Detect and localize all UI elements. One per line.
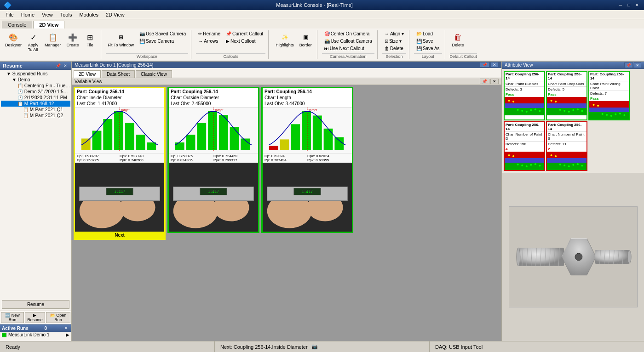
active-runs-panel: MeasurLink Demo 1 ▶ <box>0 332 71 341</box>
card-histogram-0: Target <box>75 107 164 153</box>
use-callout-camera-button[interactable]: 📸Use Callout Camera <box>322 38 374 45</box>
tab-console[interactable]: Console <box>2 21 32 28</box>
manager-button[interactable]: 📋 Manager <box>42 30 63 49</box>
callout-card-1[interactable]: Part: Coupling 256-14 Char: Outside Diam… <box>167 87 259 233</box>
save-layout-button[interactable]: 💾Save <box>414 38 442 45</box>
tab-2dview[interactable]: 2D View <box>74 70 101 78</box>
manager-icon: 📋 <box>47 32 58 43</box>
window-controls[interactable]: ─ □ ✕ <box>617 2 640 8</box>
open-run-button[interactable]: 📂 Open Run <box>46 312 70 323</box>
tree-expand-icon: ▼ <box>6 71 11 76</box>
menu-view[interactable]: View <box>38 11 57 18</box>
attr-card-4[interactable]: Part: Coupling 256-14 Char: Number of Pa… <box>546 121 587 171</box>
tree-mpart-468[interactable]: 📋 M-Part-468-12 <box>1 101 70 107</box>
tree-suspended-runs[interactable]: ▼ Suspended Runs <box>1 71 70 77</box>
ribbon: 🎨 Designer ✓ ApplyTo All 📋 Manager ➕ Cre… <box>0 28 644 62</box>
save-camera-button[interactable]: 💾 Save Camera <box>137 38 188 45</box>
next-callout-button[interactable]: ▶ Next Callout <box>224 38 265 45</box>
svg-point-88 <box>526 165 528 167</box>
menu-modules[interactable]: Modules <box>75 11 102 18</box>
menu-file[interactable]: File <box>2 11 17 18</box>
attr-card-char-3: Char: Number of Paint D <box>505 132 544 142</box>
svg-rect-37 <box>324 129 333 150</box>
attr-card-1[interactable]: Part: Coupling 256-14 Char: Paint Drop O… <box>546 71 587 120</box>
center-pin-button[interactable]: 📌 <box>480 62 489 68</box>
rename-button[interactable]: ✏ Rename <box>196 30 223 37</box>
size-button[interactable]: ⊡Size ▾ <box>382 38 406 45</box>
panel-close-button[interactable]: ✕ <box>62 62 69 69</box>
save-as-button[interactable]: 💾Save As <box>414 45 442 52</box>
create-button[interactable]: ➕ Create <box>64 30 81 49</box>
tab-2dview[interactable]: 2D View <box>33 21 64 28</box>
center-on-camera-button[interactable]: 🎯Center On Camera <box>322 30 374 37</box>
svg-rect-20 <box>219 115 228 151</box>
apply-button[interactable]: ✓ ApplyTo All <box>25 30 41 53</box>
fit-to-window-button[interactable]: ⊞ Fit To Window <box>106 30 136 49</box>
svg-point-79 <box>619 113 621 114</box>
delete-layout-button[interactable]: 🗑 Delete <box>450 30 466 49</box>
designer-label: Designer <box>5 43 22 47</box>
tree-demo-time2[interactable]: 🕐 2/1/2020 2:31:11 PM <box>1 95 70 101</box>
attr-card-2[interactable]: Part: Coupling 256-14 Char: Paint Wrong … <box>588 71 630 120</box>
attr-card-3[interactable]: Part: Coupling 256-14 Char: Number of Pa… <box>504 121 545 171</box>
tree-centering-pin[interactable]: 📋 Centering Pin - True Position <box>1 83 70 89</box>
load-button[interactable]: 📂Load <box>414 30 442 37</box>
use-saved-camera-button[interactable]: 📷 Use Saved Camera <box>137 30 188 37</box>
card-char-1: Char: Outside Diameter <box>169 95 258 101</box>
arrows-button[interactable]: → Arrows <box>196 38 223 45</box>
designer-button[interactable]: 🎨 Designer <box>3 30 24 49</box>
variable-view-header: Variable View 📌 ✕ <box>72 78 501 85</box>
var-pin-button[interactable]: 📌 <box>480 79 489 84</box>
resume-tool-button[interactable]: ▶ Resume <box>25 312 45 323</box>
active-run-item[interactable]: MeasurLink Demo 1 ▶ <box>0 332 71 338</box>
border-button[interactable]: ▣ Border <box>297 30 314 49</box>
center-close-button[interactable]: ✕ <box>490 62 499 68</box>
tree-icon-d1: 🕐 <box>17 89 23 94</box>
var-close-button[interactable]: ✕ <box>490 79 499 84</box>
attr-card-0[interactable]: Part: Coupling 256-14 Char: Paint Bubble… <box>504 71 545 120</box>
minimize-button[interactable]: ─ <box>617 2 624 8</box>
tree-view: ▼ Suspended Runs ▼ Demo 📋 Centering Pin … <box>0 70 71 298</box>
menu-bar: File Home View Tools Modules 2D View <box>0 10 644 19</box>
tree-icon-q1: 📋 <box>23 107 29 112</box>
tab-datasheet[interactable]: Data Sheet <box>102 70 135 78</box>
highlights-button[interactable]: ✨ Highlights <box>273 30 296 49</box>
menu-tools[interactable]: Tools <box>57 11 76 18</box>
close-button[interactable]: ✕ <box>634 2 640 8</box>
maximize-button[interactable]: □ <box>626 2 632 8</box>
current-callout-button[interactable]: 📌 Current Callout <box>224 30 265 37</box>
callout-scroll-area[interactable]: Part: Coupling 256-14 Char: Inside Diame… <box>72 85 501 341</box>
part-photo <box>509 206 638 307</box>
svg-point-63 <box>555 101 557 102</box>
tree-mpart-2021-q1[interactable]: 📋 M-Part-2021-Q1 <box>1 107 70 113</box>
tile-icon: ⊞ <box>85 32 96 43</box>
delete-sel-button[interactable]: 🗑Delete <box>382 45 406 52</box>
menu-2dview[interactable]: 2D View <box>102 11 128 18</box>
callout-card-0[interactable]: Part: Coupling 256-14 Char: Inside Diame… <box>74 87 166 240</box>
attr-close-button[interactable]: ✕ <box>634 62 641 68</box>
tree-mpart-2021-q2[interactable]: 📋 M-Part-2021-Q2 <box>1 113 70 119</box>
center-title: MeasurLink Demo 1 [Coupling 256-14] <box>75 62 153 68</box>
svg-rect-49 <box>505 103 544 108</box>
svg-rect-61 <box>547 108 586 115</box>
align-button[interactable]: ↔Align ▾ <box>382 30 406 37</box>
svg-rect-5 <box>136 135 145 150</box>
attr-card-defects-1: Defects: 5 <box>547 87 586 92</box>
svg-point-56 <box>530 109 532 111</box>
tree-demo-time1[interactable]: 🕐 Demo 2/1/2020 1:51:20 PM <box>1 89 70 95</box>
tree-demo[interactable]: ▼ Demo <box>1 77 70 83</box>
tile-button[interactable]: ⊞ Tile <box>82 30 98 49</box>
title-bar: 🔷 MeasurLink Console - [Real-Time] ─ □ ✕ <box>0 0 644 10</box>
active-runs-close[interactable]: ✕ <box>63 325 69 331</box>
use-saved-camera-label: Use Saved Camera <box>146 31 186 36</box>
tab-classicview[interactable]: Classic View <box>136 70 172 78</box>
attr-pin-button[interactable]: 📌 <box>624 62 633 68</box>
menu-home[interactable]: Home <box>17 11 38 18</box>
new-run-button[interactable]: 🆕 New Run <box>1 312 24 323</box>
svg-point-125 <box>516 248 520 266</box>
use-next-callout-button[interactable]: ⏭Use Next Callout <box>322 45 374 52</box>
callout-card-2[interactable]: Part: Coupling 256-14 Char: Length Last … <box>261 87 353 233</box>
card-part-2: Part: Coupling 256-14 <box>263 88 352 95</box>
panel-pin-button[interactable]: 📌 <box>55 62 61 69</box>
resume-button[interactable]: Resume <box>2 300 69 309</box>
